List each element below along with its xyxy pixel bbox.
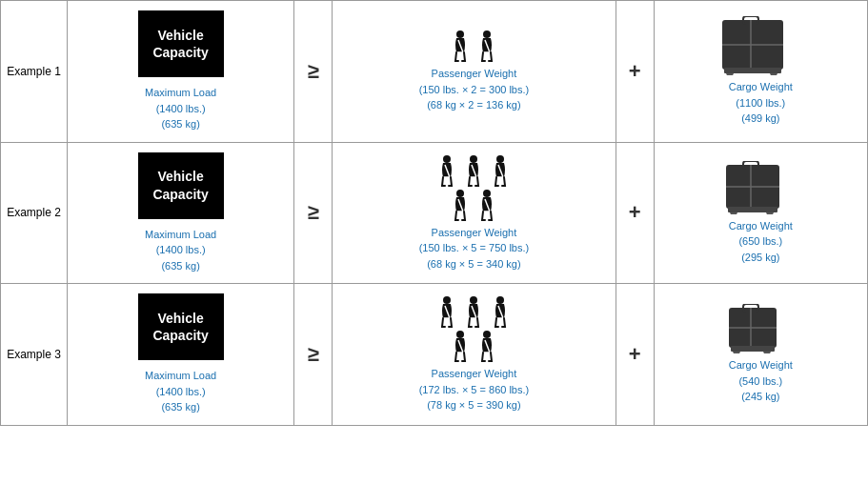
passenger-cell-1: Passenger Weight(150 lbs. × 2 = 300 lbs.… — [333, 1, 616, 143]
passenger-cell-3: Passenger Weight(172 lbs. × 5 = 860 lbs.… — [333, 284, 616, 426]
svg-point-3 — [456, 30, 464, 38]
cargo-cell-3: Cargo Weight(540 lbs.)(245 kg) — [654, 284, 867, 426]
svg-point-50 — [483, 331, 491, 338]
example-label-1: Example 1 — [1, 1, 68, 143]
svg-rect-59 — [731, 346, 775, 352]
passenger-label-1: Passenger Weight(150 lbs. × 2 = 300 lbs.… — [338, 66, 609, 113]
operator-3: ≥ — [294, 284, 333, 426]
svg-rect-15 — [724, 68, 781, 73]
svg-point-41 — [470, 296, 477, 304]
vc-box-3: Vehicle Capacity — [138, 293, 224, 360]
max-load-label-1: Maximum Load(1400 lbs.)(635 kg) — [73, 85, 288, 132]
plus-sign-3: + — [616, 284, 654, 426]
passenger-label-3: Passenger Weight(172 lbs. × 5 = 860 lbs.… — [338, 366, 609, 413]
operator-1: ≥ — [294, 1, 333, 143]
svg-point-28 — [483, 190, 491, 197]
cargo-cell-1: Cargo Weight(1100 lbs.)(499 kg) — [654, 1, 867, 143]
plus-sign-1: + — [616, 1, 654, 143]
svg-point-44 — [496, 296, 504, 304]
operator-2: ≥ — [294, 142, 333, 284]
example-label-2: Example 2 — [1, 142, 68, 284]
cargo-label-3: Cargo Weight(540 lbs.)(245 kg) — [660, 357, 861, 405]
plus-sign-2: + — [616, 142, 654, 284]
max-load-label-2: Maximum Load(1400 lbs.)(635 kg) — [73, 227, 288, 274]
examples-table: Example 1Vehicle CapacityMaximum Load(14… — [0, 0, 868, 426]
svg-point-6 — [483, 30, 491, 38]
svg-point-25 — [456, 190, 464, 197]
svg-point-16 — [443, 155, 451, 163]
vc-box-1: Vehicle Capacity — [138, 10, 224, 77]
passenger-cell-2: Passenger Weight(150 lbs. × 5 = 750 lbs.… — [333, 142, 616, 284]
svg-point-22 — [496, 155, 504, 163]
cargo-label-1: Cargo Weight(1100 lbs.)(499 kg) — [660, 79, 861, 127]
svg-point-47 — [456, 331, 464, 338]
svg-point-38 — [443, 296, 451, 304]
vehicle-capacity-cell-3: Vehicle CapacityMaximum Load(1400 lbs.)(… — [68, 284, 294, 426]
cargo-label-2: Cargo Weight(650 lbs.)(295 kg) — [660, 218, 861, 266]
example-label-3: Example 3 — [1, 284, 68, 426]
svg-rect-37 — [728, 207, 777, 212]
max-load-label-3: Maximum Load(1400 lbs.)(635 kg) — [73, 368, 288, 415]
svg-point-19 — [470, 155, 477, 163]
vehicle-capacity-cell-1: Vehicle CapacityMaximum Load(1400 lbs.)(… — [68, 1, 294, 143]
vehicle-capacity-cell-2: Vehicle CapacityMaximum Load(1400 lbs.)(… — [68, 142, 294, 284]
passenger-label-2: Passenger Weight(150 lbs. × 5 = 750 lbs.… — [338, 225, 609, 272]
vc-box-2: Vehicle Capacity — [138, 152, 224, 219]
cargo-cell-2: Cargo Weight(650 lbs.)(295 kg) — [654, 142, 867, 284]
